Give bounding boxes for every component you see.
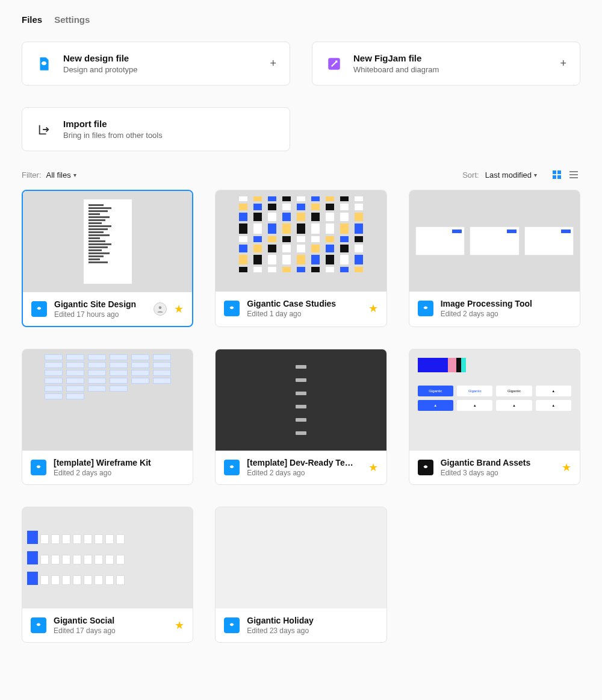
svg-point-8	[159, 306, 162, 309]
file-card[interactable]: Gigantic Holiday Edited 23 days ago	[215, 507, 386, 643]
tabs-bar: Files Settings	[22, 14, 580, 25]
tab-settings[interactable]: Settings	[54, 14, 90, 25]
file-thumbnail	[216, 190, 386, 292]
file-name: Gigantic Site Design	[54, 299, 146, 309]
file-name: Gigantic Holiday	[247, 616, 377, 625]
file-edited: Edited 2 days ago	[247, 469, 361, 477]
file-name: Gigantic Brand Assets	[441, 458, 554, 467]
sort-dropdown[interactable]: Last modified ▾	[485, 170, 537, 180]
file-type-icon	[31, 460, 46, 475]
star-icon[interactable]: ★	[175, 619, 184, 632]
file-thumbnail	[23, 191, 192, 292]
file-name: Gigantic Case Studies	[247, 299, 361, 308]
action-subtitle: Design and prototype	[63, 65, 259, 74]
file-card[interactable]: GiganticGiganticGigantic▲ ▲▲▲▲ Gigantic …	[409, 349, 580, 485]
file-card[interactable]: [template] Dev-Ready Te… Edited 2 days a…	[215, 349, 386, 485]
file-thumbnail	[22, 349, 193, 451]
filter-dropdown[interactable]: All files ▾	[46, 170, 76, 180]
design-file-icon	[36, 55, 52, 72]
action-title: New design file	[63, 53, 259, 63]
file-edited: Edited 2 days ago	[54, 469, 184, 477]
toolbar: Filter: All files ▾ Sort: Last modified …	[22, 168, 580, 181]
filter-label: Filter:	[22, 170, 42, 180]
tab-files[interactable]: Files	[22, 14, 42, 25]
file-thumbnail: GiganticGiganticGigantic▲ ▲▲▲▲	[409, 349, 580, 451]
file-type-icon	[31, 617, 46, 633]
file-edited: Edited 3 days ago	[441, 469, 554, 477]
file-name: [template] Dev-Ready Te…	[247, 458, 361, 467]
file-type-icon	[224, 460, 240, 475]
import-icon	[36, 121, 52, 138]
grid-view-button[interactable]	[550, 168, 563, 181]
chevron-down-icon: ▾	[73, 172, 76, 178]
file-card[interactable]: Gigantic Site Design Edited 17 hours ago…	[22, 190, 193, 327]
star-icon[interactable]: ★	[368, 461, 378, 474]
file-thumbnail	[216, 507, 386, 608]
sort-value: Last modified	[485, 170, 532, 180]
svg-rect-3	[553, 175, 556, 179]
list-view-button[interactable]	[567, 168, 580, 181]
plus-icon: +	[270, 57, 276, 70]
chevron-down-icon: ▾	[534, 172, 537, 178]
file-grid: Gigantic Site Design Edited 17 hours ago…	[22, 190, 580, 643]
file-type-icon	[224, 617, 240, 633]
file-edited: Edited 23 days ago	[247, 627, 377, 635]
file-thumbnail	[22, 507, 193, 608]
filter-value: All files	[46, 170, 71, 180]
file-type-icon	[418, 460, 433, 475]
file-type-icon	[418, 301, 433, 316]
new-design-file-card[interactable]: New design file Design and prototype +	[22, 42, 290, 86]
file-edited: Edited 2 days ago	[441, 310, 571, 318]
file-name: Image Processing Tool	[441, 299, 571, 308]
star-icon[interactable]: ★	[562, 461, 571, 474]
svg-rect-1	[553, 170, 556, 174]
sort-label: Sort:	[462, 170, 479, 180]
file-card[interactable]: Gigantic Case Studies Edited 1 day ago ★	[215, 190, 386, 327]
star-icon[interactable]: ★	[174, 302, 184, 316]
file-thumbnail	[216, 349, 386, 451]
star-icon[interactable]: ★	[368, 302, 378, 315]
svg-rect-4	[557, 175, 561, 179]
file-edited: Edited 17 hours ago	[54, 310, 146, 319]
file-name: Gigantic Social	[54, 616, 167, 625]
file-type-icon	[31, 301, 47, 317]
file-name: [template] Wireframe Kit	[54, 458, 184, 467]
new-figjam-file-card[interactable]: New FigJam file Whiteboard and diagram +	[312, 42, 580, 86]
action-title: New FigJam file	[353, 53, 549, 63]
import-file-card[interactable]: Import file Bring in files from other to…	[22, 107, 290, 151]
file-edited: Edited 1 day ago	[247, 310, 361, 318]
plus-icon: +	[560, 57, 566, 70]
file-card[interactable]: Image Processing Tool Edited 2 days ago	[409, 190, 580, 327]
action-title: Import file	[63, 119, 276, 129]
file-thumbnail	[409, 190, 580, 292]
action-subtitle: Whiteboard and diagram	[353, 65, 549, 74]
svg-rect-2	[557, 170, 561, 174]
file-card[interactable]: [template] Wireframe Kit Edited 2 days a…	[22, 349, 193, 485]
avatar	[154, 302, 167, 316]
file-edited: Edited 17 days ago	[54, 627, 167, 635]
file-card[interactable]: Gigantic Social Edited 17 days ago ★	[22, 507, 193, 643]
figjam-file-icon	[326, 55, 343, 72]
file-type-icon	[224, 301, 240, 316]
action-subtitle: Bring in files from other tools	[63, 131, 276, 140]
